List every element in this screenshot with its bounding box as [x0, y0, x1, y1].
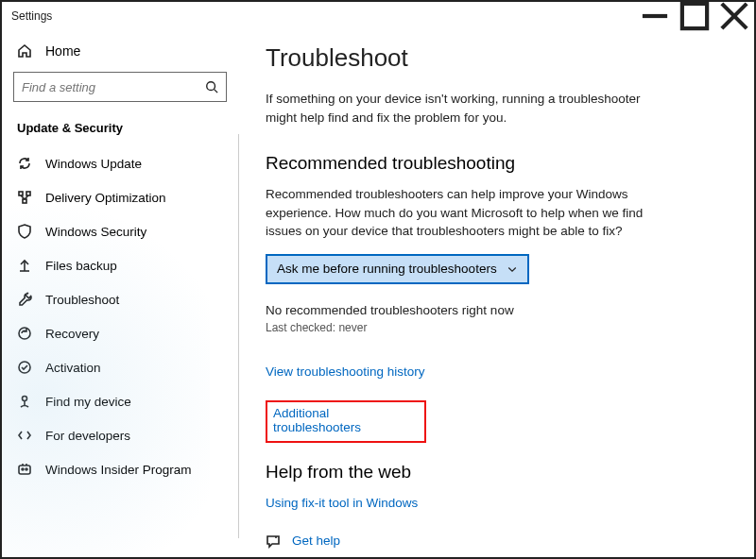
- close-button[interactable]: [714, 2, 754, 30]
- sidebar-item-label: Recovery: [45, 327, 99, 341]
- sidebar-item-find-my-device[interactable]: Find my device: [13, 384, 227, 418]
- svg-rect-8: [23, 199, 26, 203]
- recommended-body: Recommended troubleshooters can help imp…: [266, 185, 644, 241]
- wrench-icon: [17, 292, 32, 307]
- get-help-row[interactable]: Get help: [266, 528, 728, 554]
- maximize-button[interactable]: [675, 2, 714, 30]
- search-icon: [205, 80, 218, 93]
- sidebar-item-windows-update[interactable]: Windows Update: [13, 146, 227, 180]
- last-checked-text: Last checked: never: [266, 321, 728, 334]
- svg-point-21: [275, 536, 277, 538]
- sidebar-item-troubleshoot[interactable]: Troubleshoot: [13, 282, 227, 316]
- svg-line-5: [215, 90, 218, 93]
- section-title: Update & Security: [13, 115, 227, 146]
- refresh-icon: [17, 156, 32, 171]
- intro-text: If something on your device isn't workin…: [266, 90, 644, 127]
- svg-point-13: [19, 328, 30, 339]
- sidebar-item-label: Delivery Optimization: [45, 191, 166, 205]
- sidebar-item-files-backup[interactable]: Files backup: [13, 248, 227, 282]
- svg-rect-7: [26, 192, 30, 195]
- sidebar: Home Update & Security Windows Update De…: [2, 30, 238, 557]
- backup-icon: [17, 258, 32, 273]
- no-recommended-text: No recommended troubleshooters right now: [266, 303, 728, 317]
- recovery-icon: [17, 326, 32, 341]
- sidebar-item-label: Activation: [45, 361, 101, 375]
- svg-rect-16: [19, 466, 30, 474]
- sidebar-item-label: Windows Security: [45, 225, 146, 239]
- check-circle-icon: [17, 360, 32, 375]
- home-label: Home: [45, 43, 80, 59]
- recommended-heading: Recommended troubleshooting: [266, 153, 728, 174]
- window-title: Settings: [11, 9, 52, 23]
- svg-point-4: [207, 82, 215, 91]
- search-input[interactable]: [13, 72, 227, 102]
- troubleshoot-preference-dropdown[interactable]: Ask me before running troubleshooters: [266, 254, 529, 284]
- insider-icon: [17, 462, 32, 477]
- sidebar-item-windows-insider[interactable]: Windows Insider Program: [13, 452, 227, 486]
- page-title: Troubleshoot: [266, 43, 728, 73]
- svg-point-18: [26, 468, 27, 470]
- minimize-button[interactable]: [635, 2, 675, 30]
- chat-icon: [266, 534, 281, 549]
- svg-point-17: [22, 468, 24, 470]
- get-help-link[interactable]: Get help: [292, 534, 340, 548]
- code-icon: [17, 428, 32, 443]
- sidebar-item-label: Windows Insider Program: [45, 463, 192, 477]
- sidebar-item-label: For developers: [45, 429, 130, 443]
- location-icon: [17, 394, 32, 409]
- view-history-link[interactable]: View troubleshooting history: [266, 364, 425, 379]
- additional-troubleshooters-highlight: Additional troubleshooters: [266, 400, 426, 443]
- optimization-icon: [17, 190, 32, 205]
- sidebar-item-label: Troubleshoot: [45, 293, 119, 307]
- feedback-row[interactable]: Give feedback: [266, 554, 728, 557]
- shield-icon: [17, 224, 32, 239]
- home-icon: [17, 43, 32, 59]
- dropdown-value: Ask me before running troubleshooters: [277, 262, 497, 276]
- sidebar-item-activation[interactable]: Activation: [13, 350, 227, 384]
- sidebar-item-delivery-optimization[interactable]: Delivery Optimization: [13, 180, 227, 214]
- fixit-link[interactable]: Using fix-it tool in Windows: [266, 496, 418, 510]
- svg-point-15: [23, 397, 27, 401]
- sidebar-item-label: Find my device: [45, 395, 131, 409]
- titlebar: Settings: [2, 2, 754, 30]
- sidebar-item-label: Windows Update: [45, 157, 142, 171]
- additional-troubleshooters-link[interactable]: Additional troubleshooters: [273, 406, 419, 434]
- search-field[interactable]: [22, 80, 205, 94]
- main-content: Troubleshoot If something on your device…: [239, 30, 754, 557]
- home-nav[interactable]: Home: [13, 36, 227, 72]
- sidebar-item-label: Files backup: [45, 259, 117, 273]
- sidebar-item-windows-security[interactable]: Windows Security: [13, 214, 227, 248]
- sidebar-item-for-developers[interactable]: For developers: [13, 418, 227, 452]
- svg-rect-6: [19, 192, 23, 195]
- sidebar-item-recovery[interactable]: Recovery: [13, 316, 227, 350]
- chevron-down-icon: [507, 263, 518, 275]
- help-heading: Help from the web: [266, 462, 728, 483]
- svg-rect-1: [682, 4, 707, 28]
